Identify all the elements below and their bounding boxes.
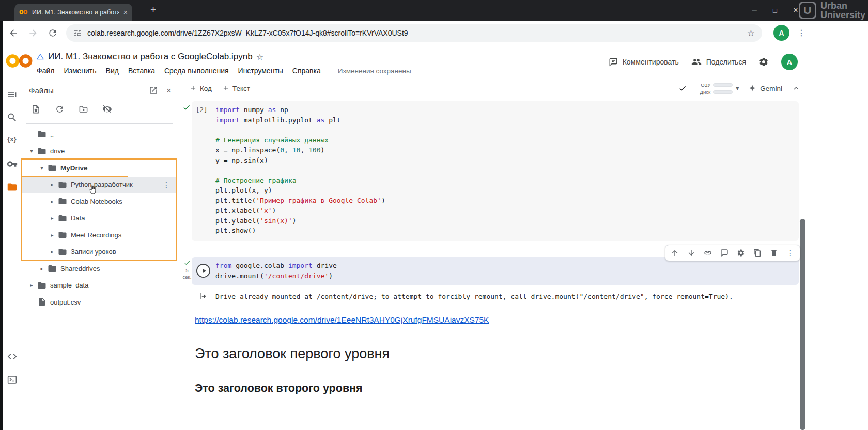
add-comment-icon[interactable] (716, 245, 733, 261)
item-menu-icon[interactable]: ⋮ (163, 181, 177, 189)
tree-item-output-csv[interactable]: output.csv (21, 294, 177, 311)
search-icon[interactable] (3, 112, 21, 123)
collapse-toolbar-icon[interactable] (792, 84, 801, 93)
code-cell-2[interactable]: from google.colab import drivedrive.moun… (192, 257, 799, 285)
chevron-right-icon[interactable]: ▸ (49, 249, 56, 254)
disk-label: Диск (696, 89, 710, 95)
tree-item-zapisi-urokov[interactable]: ▸Записи уроков (21, 244, 177, 261)
menu-runtime[interactable]: Среда выполнения (160, 67, 234, 75)
add-code-cell-button[interactable]: Код (190, 85, 212, 92)
chevron-right-icon[interactable]: ▸ (38, 266, 45, 272)
close-panel-icon[interactable]: × (166, 86, 172, 95)
tree-item-data[interactable]: ▸Data (21, 210, 177, 227)
tree-item-label: drive (50, 147, 65, 155)
code-line: plt.ylabel('sin(x)') (215, 216, 799, 226)
add-text-cell-button[interactable]: Текст (222, 85, 250, 92)
save-status[interactable]: Изменения сохранены (338, 67, 411, 75)
chevron-right-icon[interactable]: ▸ (28, 282, 35, 288)
secrets-key-icon[interactable] (3, 158, 21, 169)
code-line: plt.plot(x, y) (215, 185, 799, 196)
mirror-cell-icon[interactable] (749, 245, 766, 261)
menu-tools[interactable]: Инструменты (234, 67, 288, 75)
tree-item-sample-data[interactable]: ▸sample_data (21, 277, 177, 294)
browser-avatar[interactable]: A (773, 25, 789, 41)
copy-cell-link-icon[interactable] (700, 245, 716, 261)
menu-edit[interactable]: Изменить (59, 67, 101, 75)
folder-icon (37, 147, 47, 156)
tab-close-icon[interactable]: × (123, 9, 128, 16)
star-notebook-icon[interactable]: ☆ (256, 52, 264, 62)
files-folder-icon[interactable] (3, 182, 21, 193)
more-cell-options-icon[interactable]: ⋮ (782, 245, 799, 261)
resources-button[interactable]: ОЗУ Диск ▾ (696, 82, 739, 95)
chevron-right-icon[interactable]: ▸ (49, 215, 56, 221)
tree-item-drive[interactable]: ▾drive (21, 143, 177, 160)
gemini-button[interactable]: Gemini (748, 84, 782, 92)
menu-insert[interactable]: Вставка (123, 67, 160, 75)
folder-icon (58, 197, 67, 206)
upload-file-icon[interactable] (31, 104, 41, 114)
chevron-right-icon[interactable]: ▸ (49, 199, 56, 204)
chevron-right-icon[interactable]: ▸ (49, 182, 56, 187)
execution-time-unit: сек. (183, 274, 192, 280)
tree-item-shareddrives[interactable]: ▸Shareddrives (21, 260, 177, 277)
menu-bar: ФайлИзменитьВидВставкаСреда выполненияИн… (32, 65, 411, 77)
refresh-files-icon[interactable] (55, 104, 65, 114)
tree-item-python-razrabotchik[interactable]: ▸Python-разработчик⋮ (21, 177, 177, 194)
tree-item-label: MyDrive (60, 164, 88, 172)
terminal-icon[interactable] (3, 374, 21, 385)
comment-button[interactable]: Комментировать (609, 57, 679, 67)
colab-logo[interactable] (5, 53, 33, 69)
window-controls: ─ □ × (744, 0, 806, 21)
code-line: import numpy as np (215, 105, 799, 115)
account-avatar[interactable]: A (781, 54, 798, 70)
menu-file[interactable]: Файл (32, 67, 59, 75)
delete-cell-icon[interactable] (766, 245, 782, 261)
markdown-link[interactable]: https://colab.research.google.com/drive/… (195, 315, 489, 325)
new-tab-button[interactable]: + (150, 4, 156, 15)
resources-dropdown-icon[interactable]: ▾ (736, 85, 739, 92)
run-cell-button[interactable] (196, 264, 210, 278)
folder-icon (37, 281, 47, 290)
tree-item-parent-dir[interactable]: .. (21, 126, 177, 143)
address-bar[interactable]: colab.research.google.com/drive/1ZZ67X2p… (66, 24, 762, 42)
scrollbar-thumb[interactable] (800, 219, 805, 430)
back-button[interactable] (8, 28, 19, 38)
folder-icon (58, 230, 67, 240)
variables-icon[interactable]: {x} (3, 135, 21, 143)
open-panel-in-new-tab-icon[interactable] (149, 86, 158, 95)
window-minimize-button[interactable]: ─ (744, 7, 765, 14)
code-snippets-icon[interactable] (3, 351, 21, 362)
markdown-heading-1: Это заголовок первого уровня (195, 346, 390, 362)
browser-tab[interactable]: ИИ. М1. Знакомство и работа × (14, 4, 132, 21)
tree-item-mydrive[interactable]: ▾MyDrive (21, 160, 177, 177)
chevron-down-icon[interactable]: ▾ (28, 148, 35, 154)
site-info-icon[interactable] (73, 29, 82, 37)
mount-drive-icon[interactable] (79, 104, 88, 114)
window-edge (0, 21, 3, 430)
connected-check-icon (678, 84, 687, 92)
code-line: drive.mount('/content/drive') (215, 271, 799, 281)
menu-help[interactable]: Справка (288, 67, 326, 75)
chevron-right-icon[interactable]: ▸ (49, 232, 56, 238)
notebook-title[interactable]: ИИ. М1. Знакомство и работа с GoogleCola… (48, 52, 253, 62)
bookmark-star-icon[interactable]: ☆ (747, 29, 755, 38)
code-editor[interactable]: import numpy as npimport matplotlib.pypl… (215, 105, 799, 236)
share-button[interactable]: Поделиться (691, 57, 746, 67)
tree-item-colab-notebooks[interactable]: ▸Colab Notebooks (21, 193, 177, 210)
forward-button[interactable] (28, 28, 38, 38)
code-editor[interactable]: from google.colab import drivedrive.moun… (215, 261, 799, 281)
table-of-contents-icon[interactable] (3, 89, 21, 100)
window-maximize-button[interactable]: □ (765, 7, 785, 14)
move-cell-up-icon[interactable] (667, 245, 683, 261)
menu-view[interactable]: Вид (101, 67, 123, 75)
reload-button[interactable] (48, 28, 58, 38)
hide-panel-eye-icon[interactable] (102, 104, 112, 114)
browser-menu-icon[interactable]: ⋮ (797, 28, 805, 38)
settings-gear-icon[interactable] (758, 57, 769, 67)
move-cell-down-icon[interactable] (683, 245, 700, 261)
cell-settings-gear-icon[interactable] (733, 245, 749, 261)
code-cell-1[interactable]: [2] import numpy as npimport matplotlib.… (192, 101, 799, 241)
tree-item-meet-recordings[interactable]: ▸Meet Recordings (21, 227, 177, 244)
chevron-down-icon[interactable]: ▾ (38, 165, 45, 171)
